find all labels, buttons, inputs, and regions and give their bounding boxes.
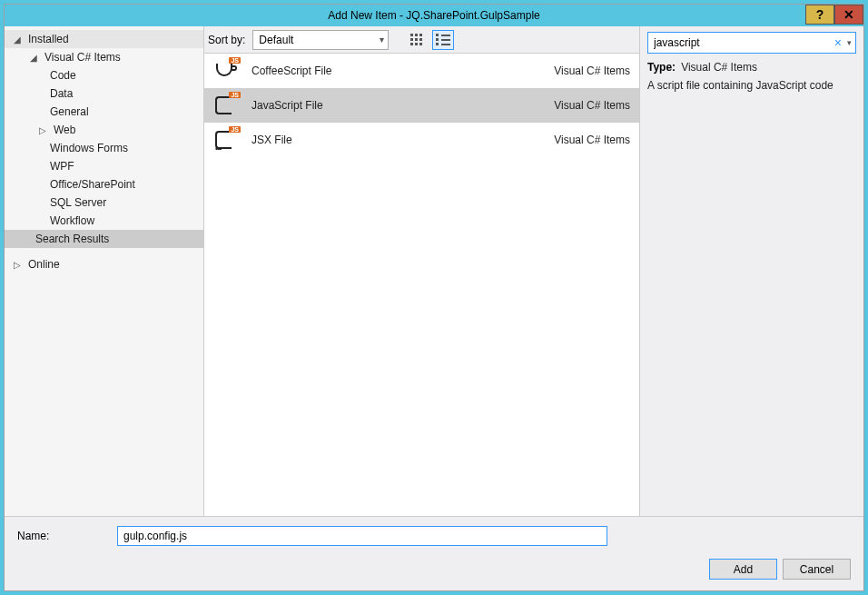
grid-icon	[410, 34, 422, 45]
list-icon	[436, 34, 450, 45]
sort-by-dropdown[interactable]: Default	[252, 30, 389, 50]
sidebar-item-search-results[interactable]: Search Results	[5, 230, 203, 248]
dialog-window: Add New Item - JQ.SharePoint.GulpSample …	[4, 4, 864, 591]
search-box[interactable]: × ▾	[647, 32, 856, 54]
search-input[interactable]	[652, 35, 831, 50]
type-label: Type:	[647, 61, 676, 74]
sidebar-item-office-sharepoint[interactable]: Office/SharePoint	[5, 175, 203, 193]
sidebar-item-wpf[interactable]: WPF	[5, 157, 203, 175]
help-button[interactable]: ?	[805, 5, 834, 25]
sidebar-group-csharp-items[interactable]: ◢ Visual C# Items	[5, 48, 203, 66]
jsx-icon: JS •••	[213, 127, 239, 153]
chevron-right-icon: ▷	[39, 125, 48, 135]
javascript-icon: JS	[213, 93, 239, 118]
search-dropdown-icon[interactable]: ▾	[845, 38, 852, 47]
sidebar-item-data[interactable]: Data	[5, 84, 203, 103]
name-label: Name:	[17, 530, 108, 542]
template-list: JS CoffeeScript File Visual C# Items JS …	[204, 54, 639, 516]
template-toolbar: Sort by: Default	[204, 26, 639, 54]
close-button[interactable]: ✕	[834, 5, 863, 25]
chevron-down-icon: ◢	[30, 53, 39, 63]
sidebar-item-workflow[interactable]: Workflow	[5, 212, 203, 230]
template-row-coffeescript[interactable]: JS CoffeeScript File Visual C# Items	[204, 54, 639, 88]
view-list-button[interactable]	[432, 30, 454, 50]
cancel-button[interactable]: Cancel	[783, 559, 851, 580]
chevron-down-icon: ◢	[14, 35, 23, 45]
filename-input[interactable]	[117, 526, 607, 546]
coffeescript-icon: JS	[213, 58, 239, 84]
sort-by-label: Sort by:	[208, 34, 247, 46]
sidebar-item-windows-forms[interactable]: Windows Forms	[5, 139, 203, 157]
sidebar-item-general[interactable]: General	[5, 103, 203, 121]
template-row-jsx[interactable]: JS ••• JSX File Visual C# Items	[204, 123, 639, 157]
template-description: A script file containing JavaScript code	[647, 79, 856, 92]
type-value: Visual C# Items	[681, 61, 757, 74]
sidebar-group-installed[interactable]: ◢ Installed	[5, 30, 203, 48]
dialog-footer: Name: Add Cancel	[5, 516, 863, 590]
sidebar-group-online[interactable]: ▷ Online	[5, 255, 203, 273]
sidebar-item-web[interactable]: ▷Web	[5, 121, 203, 139]
sidebar-item-sql-server[interactable]: SQL Server	[5, 193, 203, 212]
details-panel: × ▾ Type: Visual C# Items A script file …	[640, 26, 863, 516]
category-sidebar: ◢ Installed ◢ Visual C# Items Code Data …	[5, 26, 204, 516]
view-grid-button[interactable]	[405, 30, 427, 50]
window-title: Add New Item - JQ.SharePoint.GulpSample	[328, 9, 539, 22]
titlebar: Add New Item - JQ.SharePoint.GulpSample …	[5, 5, 863, 26]
chevron-right-icon: ▷	[14, 260, 23, 270]
add-button[interactable]: Add	[709, 559, 777, 580]
sidebar-item-code[interactable]: Code	[5, 66, 203, 84]
template-row-javascript[interactable]: JS JavaScript File Visual C# Items	[204, 88, 639, 123]
clear-search-icon[interactable]: ×	[831, 35, 845, 50]
